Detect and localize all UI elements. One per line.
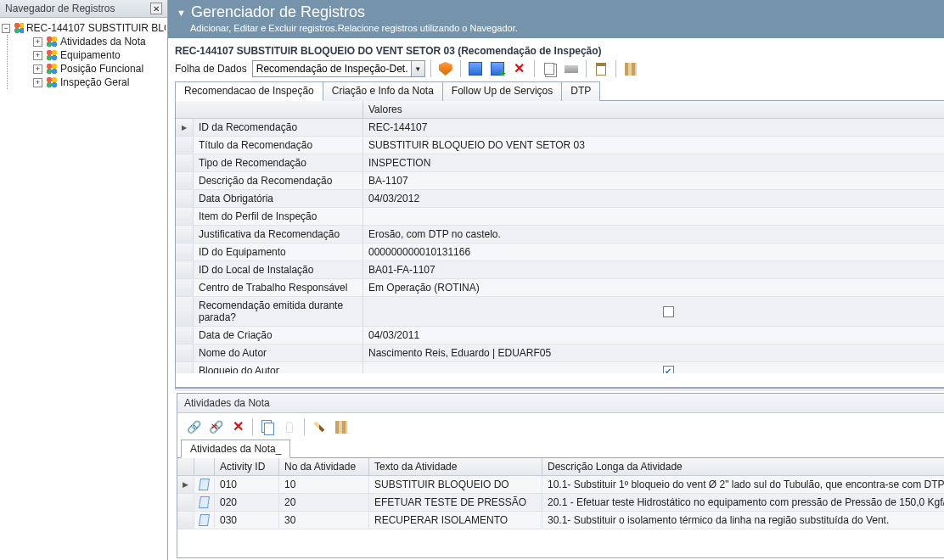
row-header[interactable] (176, 362, 194, 373)
copy-button[interactable] (258, 418, 277, 435)
row-header[interactable] (176, 226, 194, 243)
row-header[interactable] (176, 261, 194, 278)
grid-row[interactable]: Item do Perfil de Inspeção (176, 208, 944, 226)
grid-row[interactable]: ▶ID da RecomendaçãoREC-144107 (176, 119, 944, 137)
col-icon[interactable] (194, 458, 215, 475)
checkbox[interactable]: ✔ (663, 366, 674, 374)
tab-criacao[interactable]: Criação e Info da Nota (323, 81, 443, 101)
tree-child[interactable]: + Posição Funcional (13, 62, 166, 76)
row-header[interactable] (176, 154, 194, 171)
delete-button[interactable]: ✕ (228, 418, 247, 435)
row-header[interactable] (176, 137, 194, 154)
col-activity-id[interactable]: Activity ID (215, 458, 279, 475)
columns-button[interactable] (621, 60, 640, 77)
columns-button[interactable] (332, 418, 351, 435)
splitter[interactable] (175, 388, 944, 391)
grid-row[interactable]: Recomendação emitida durante parada? (176, 297, 944, 327)
grid-row[interactable]: Descrição da RecomendaçãoBA-1107… (176, 172, 944, 190)
cell-texto[interactable]: EFETUAR TESTE DE PRESSÃO (369, 494, 542, 511)
col-rowheader[interactable] (177, 458, 194, 475)
print-button[interactable] (562, 60, 581, 77)
datasheet-combo[interactable]: ▼ (252, 60, 425, 77)
cell-activity-id[interactable]: 010 (215, 476, 279, 493)
cell-no-atividade[interactable]: 10 (279, 476, 369, 493)
save-button[interactable] (466, 60, 485, 77)
unlink-button[interactable]: 🔗 (206, 418, 225, 435)
edit-button[interactable] (310, 418, 329, 435)
field-value[interactable]: ✔ (363, 362, 944, 373)
activity-row[interactable]: ▶01010SUBSTITUIR BLOQUEIO DO10.1- Substi… (177, 476, 944, 494)
copy-button[interactable] (540, 60, 559, 77)
cell-activity-id[interactable]: 020 (215, 494, 279, 511)
row-icon-cell[interactable] (194, 512, 215, 529)
row-header[interactable] (176, 344, 194, 361)
grid-row[interactable]: Centro de Trabalho ResponsávelEm Operaçã… (176, 279, 944, 297)
paste-button[interactable] (280, 418, 299, 435)
tree-root[interactable]: − REC-144107 SUBSTITUIR BLOQU (2, 21, 166, 35)
row-header[interactable]: ▶ (176, 119, 194, 136)
expander-icon[interactable]: + (33, 64, 42, 74)
field-value[interactable]: Em Operação (ROTINA) (363, 279, 944, 296)
activity-row[interactable]: 03030RECUPERAR ISOLAMENTO30.1- Substitui… (177, 512, 944, 529)
expander-icon[interactable]: + (33, 51, 42, 60)
cell-no-atividade[interactable]: 20 (279, 494, 369, 511)
chevron-down-icon[interactable]: ▼ (411, 61, 424, 76)
row-header[interactable]: ▶ (177, 476, 194, 493)
cell-descricao[interactable]: 20.1 - Efetuar teste Hidrostático no equ… (542, 494, 944, 511)
save-new-button[interactable] (488, 60, 507, 77)
config-button[interactable] (436, 60, 455, 77)
field-value[interactable]: SUBSTITUIR BLOQUEIO DO VENT SETOR 03 (363, 137, 944, 154)
field-value[interactable]: INSPECTION (363, 154, 944, 171)
tree-child[interactable]: + Inspeção Geral (13, 76, 166, 89)
field-value[interactable]: 04/03/2012 (363, 190, 944, 207)
cell-texto[interactable]: SUBSTITUIR BLOQUEIO DO (369, 476, 542, 493)
tree-child[interactable]: + Equipamento (13, 48, 166, 62)
cell-descricao[interactable]: 10.1- Substituir 1º bloqueio do vent Ø 2… (542, 476, 944, 493)
grid-row[interactable]: Bloqueio do Autor✔ (176, 362, 944, 373)
document-button[interactable] (592, 60, 610, 77)
collapse-icon[interactable]: ▼ (177, 8, 186, 18)
col-no-atividade[interactable]: No da Atividade (279, 458, 369, 475)
grid-row[interactable]: Nome do AutorNascimento Reis, Eduardo | … (176, 344, 944, 362)
cell-no-atividade[interactable]: 30 (279, 512, 369, 529)
row-icon-cell[interactable] (194, 494, 215, 511)
tab-atividades[interactable]: Atividades da Nota_ (181, 440, 290, 458)
expander-icon[interactable]: + (33, 78, 42, 87)
expander-icon[interactable]: + (33, 37, 42, 47)
checkbox[interactable] (663, 306, 674, 317)
datasheet-input[interactable] (253, 63, 411, 75)
grid-row[interactable]: Justificativa da RecomendaçãoErosão, com… (176, 226, 944, 244)
row-header[interactable] (176, 190, 194, 207)
tab-dtp[interactable]: DTP (561, 81, 600, 101)
field-value[interactable]: Nascimento Reis, Eduardo | EDUARF05 (363, 344, 944, 361)
cell-texto[interactable]: RECUPERAR ISOLAMENTO (369, 512, 542, 529)
tab-followup[interactable]: Follow Up de Serviços (442, 81, 562, 101)
field-value[interactable]: BA01-FA-1107 (363, 261, 944, 278)
tab-recomendacao[interactable]: Recomendacao de Inspeção (175, 81, 323, 101)
row-header[interactable] (177, 512, 194, 529)
grid-row[interactable]: ID do Equipamento000000000010131166 (176, 244, 944, 261)
grid-row[interactable]: ID do Local de InstalaçãoBA01-FA-1107 (176, 261, 944, 279)
property-grid[interactable]: ▶ID da RecomendaçãoREC-144107Título da R… (176, 119, 944, 373)
activity-row[interactable]: 02020EFETUAR TESTE DE PRESSÃO20.1 - Efet… (177, 494, 944, 512)
grid-row[interactable]: Data de Criação04/03/2011 (176, 327, 944, 344)
row-header[interactable] (176, 208, 194, 225)
delete-button[interactable]: ✕ (510, 60, 529, 77)
expander-icon[interactable]: − (2, 24, 10, 33)
field-value[interactable]: REC-144107 (363, 119, 944, 136)
close-icon[interactable]: ✕ (150, 3, 162, 14)
grid-row[interactable]: Data Obrigatória04/03/2012 (176, 190, 944, 208)
row-header[interactable] (176, 297, 194, 326)
row-icon-cell[interactable] (194, 476, 215, 493)
col-descricao[interactable]: Descrição Longa da Atividade (542, 458, 944, 475)
activities-grid[interactable]: Activity ID No da Atividade Texto da Ati… (177, 458, 944, 557)
row-header[interactable] (176, 244, 194, 260)
field-value[interactable]: Erosão, com DTP no castelo. (363, 226, 944, 243)
cell-descricao[interactable]: 30.1- Substituir o isolamento térmico da… (542, 512, 944, 529)
link-button[interactable]: 🔗 (184, 418, 203, 435)
grid-row[interactable]: Título da RecomendaçãoSUBSTITUIR BLOQUEI… (176, 137, 944, 154)
field-value[interactable]: 000000000010131166 (363, 244, 944, 260)
grid-row[interactable]: Tipo de RecomendaçãoINSPECTION (176, 154, 944, 172)
cell-activity-id[interactable]: 030 (215, 512, 279, 529)
col-texto[interactable]: Texto da Atividade (369, 458, 542, 475)
